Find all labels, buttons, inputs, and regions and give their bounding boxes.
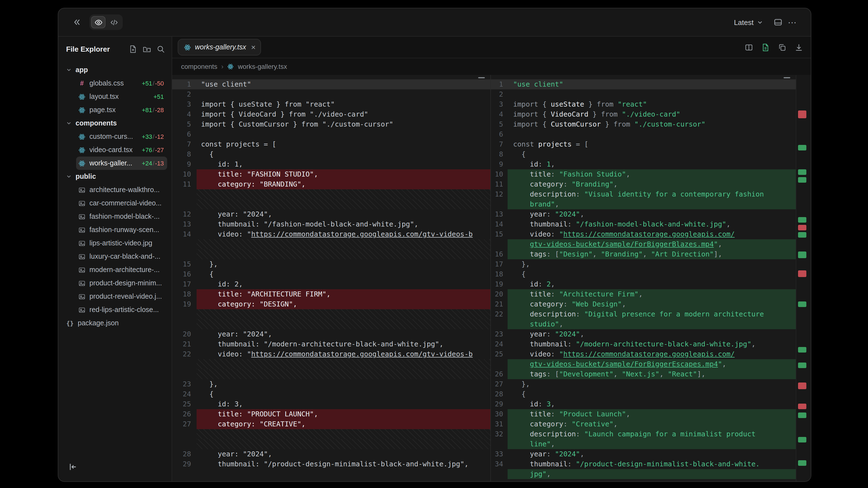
code-text: title: "FASHION STUDIO",	[196, 169, 490, 179]
diff-overview-mark	[798, 110, 806, 118]
code-line: 15 video: "https://commondatastorage.goo…	[491, 229, 796, 239]
tree-file-product-reveal-video-j-[interactable]: product-reveal-video.j...	[76, 290, 167, 303]
file-explorer-sidebar: File Explorer	[58, 37, 172, 481]
code-token: import	[513, 100, 542, 108]
tree-item-label: package.json	[78, 319, 119, 327]
code-line: 20 year: "2024",	[172, 329, 490, 339]
code-line: 29 thumbnail: "/product-design-minimalis…	[172, 459, 490, 469]
close-tab-button[interactable]: ×	[251, 43, 255, 51]
code-token: :	[567, 220, 576, 228]
code-token: :	[563, 300, 572, 308]
code-token: ,	[580, 450, 584, 458]
tree-folder-public[interactable]: public	[63, 170, 167, 183]
collapse-panel-button[interactable]	[69, 15, 84, 29]
search-files-button[interactable]	[157, 45, 165, 53]
code-text: },	[507, 379, 796, 389]
diff-pane-modified[interactable]: 1"use client"23import { useState } from …	[491, 75, 796, 481]
line-number: 33	[491, 449, 507, 459]
code-text: gtv-videos-bucket/sample/ForBiggerBlazes…	[507, 239, 796, 249]
tree-item-label: custom-curs...	[89, 133, 133, 140]
code-token: jpg"	[513, 470, 547, 478]
panel-toggle-button[interactable]	[771, 15, 785, 29]
tree-file-fashion-runway-scen-[interactable]: fashion-runway-scen...	[76, 223, 167, 236]
view-toggle-group	[89, 14, 123, 30]
tree-file-car-commercial-video-[interactable]: car-commercial-video...	[76, 197, 167, 210]
line-number: 4	[172, 109, 196, 119]
original-code: 1"use client"23import { useState } from …	[172, 79, 490, 469]
new-file-icon	[129, 45, 137, 53]
collapse-sidebar-button[interactable]	[65, 459, 81, 475]
tree-file-luxury-car-black-and-[interactable]: luxury-car-black-and-...	[76, 250, 167, 263]
code-token: ,	[613, 420, 618, 428]
diff-view-button[interactable]	[758, 40, 772, 54]
code-text: import { useState } from "react"	[507, 99, 796, 109]
diff-overview-gutter[interactable]	[796, 75, 811, 481]
line-number: 7	[491, 139, 507, 149]
line-number: 1	[491, 79, 507, 89]
copy-button[interactable]	[775, 40, 788, 54]
code-token	[513, 230, 530, 238]
breadcrumb-file[interactable]: works-gallery.tsx	[238, 63, 287, 70]
line-number: 32	[491, 429, 507, 439]
tree-file-works-galler-[interactable]: works-galler...+24/-13	[76, 157, 167, 170]
line-number: 10	[491, 169, 507, 179]
code-line: 4import { VideoCard } from "./video-card…	[491, 109, 796, 119]
tree-file-package-json[interactable]: {}package.json	[63, 317, 167, 330]
new-file-button[interactable]	[129, 45, 137, 53]
tab-works-gallery[interactable]: works-gallery.tsx ×	[178, 39, 261, 56]
line-number: 10	[172, 169, 196, 179]
code-line: 9 id: 1,	[491, 159, 796, 169]
version-dropdown[interactable]: Latest	[734, 18, 763, 26]
code-text: const projects = [	[507, 139, 796, 149]
tree-folder-components[interactable]: components	[63, 117, 167, 130]
code-token: "/fashion-model-black-and-white.jpg"	[576, 220, 726, 228]
code-token: :	[551, 170, 559, 178]
code-line: 24 thumbnail: "/modern-architecture-blac…	[491, 339, 796, 349]
tree-file-architecture-walkthro-[interactable]: architecture-walkthro...	[76, 183, 167, 197]
breadcrumb-folder[interactable]: components	[181, 63, 217, 70]
code-text: jpg",	[507, 469, 796, 479]
code-line: 20 title: "Architecture Firm",	[491, 289, 796, 299]
code-token: "Fashion Studio"	[559, 170, 626, 178]
code-token	[513, 360, 530, 368]
code-token: "./custom-cursor"	[634, 120, 706, 128]
tree-file-layout-tsx[interactable]: layout.tsx+51	[76, 90, 167, 103]
code-token: = [	[572, 140, 588, 148]
code-token: import	[513, 110, 542, 118]
tree-file-red-lips-artistic-close-[interactable]: red-lips-artistic-close...	[76, 303, 167, 317]
tree-file-lips-artistic-video-jpg[interactable]: lips-artistic-video.jpg	[76, 236, 167, 250]
code-token: ,	[551, 400, 555, 408]
diff-pane-original[interactable]: 1"use client"23import { useState } from …	[172, 75, 491, 481]
code-text: category: "BRANDING",	[196, 179, 490, 189]
code-token: {	[201, 150, 214, 158]
tree-file-page-tsx[interactable]: page.tsx+81/-28	[76, 103, 167, 117]
code-toggle-button[interactable]	[106, 16, 121, 28]
tree-folder-app[interactable]: app	[63, 63, 167, 76]
code-token: category	[530, 420, 563, 428]
tree-file-custom-curs-[interactable]: custom-curs...+33/-12	[76, 130, 167, 143]
code-token: :	[547, 330, 555, 338]
code-token	[513, 170, 530, 178]
tree-file-fashion-model-black-[interactable]: fashion-model-black-...	[76, 210, 167, 223]
tree-file-modern-architecture-[interactable]: modern-architecture-...	[76, 263, 167, 276]
code-line: jpg",	[491, 469, 796, 479]
panel-layout-icon	[774, 18, 782, 27]
tree-file-product-design-minim-[interactable]: product-design-minim...	[76, 276, 167, 290]
code-token: :	[576, 430, 584, 438]
code-token: {	[542, 120, 551, 128]
new-folder-button[interactable]	[143, 45, 151, 53]
code-token: id: 2,	[201, 280, 243, 288]
chevron-down-icon	[757, 19, 763, 25]
code-line: 28 {	[491, 389, 796, 399]
tree-file-video-card-tsx[interactable]: video-card.tsx+76/-27	[76, 143, 167, 157]
code-line: 6	[491, 129, 796, 139]
preview-toggle-button[interactable]	[91, 16, 105, 28]
split-editor-button[interactable]	[742, 40, 755, 54]
download-button[interactable]	[792, 40, 805, 54]
more-options-button[interactable]: ⋯	[785, 15, 800, 29]
code-token: {	[542, 100, 551, 108]
code-text: video: "https://commondatastorage.google…	[507, 229, 796, 239]
code-text: title: "Architecture Firm",	[507, 289, 796, 299]
tree-file-globals-css[interactable]: #globals.css+51/-50	[76, 76, 167, 90]
code-line: gtv-videos-bucket/sample/ForBiggerBlazes…	[491, 239, 796, 249]
